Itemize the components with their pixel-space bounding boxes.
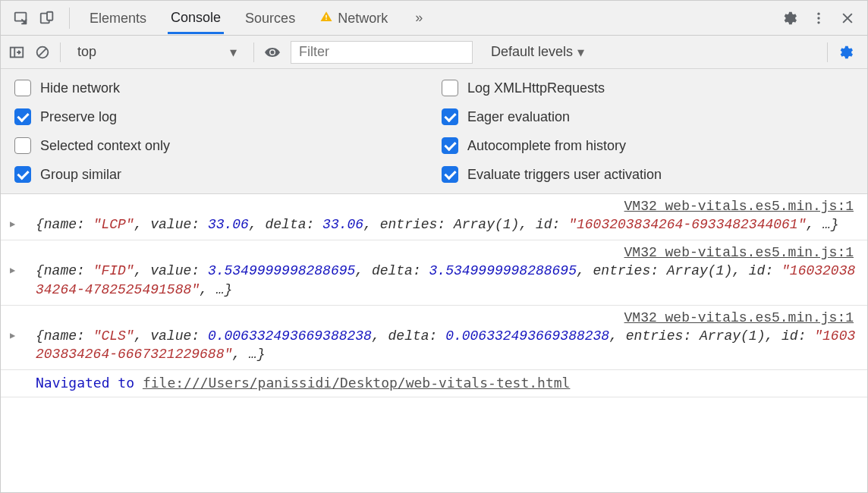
devtools-tabbar: Elements Console Sources Network » xyxy=(1,1,867,36)
clear-console-icon[interactable] xyxy=(34,44,51,61)
message-body[interactable]: {name: "FID", value: 3.5349999998288695,… xyxy=(36,262,858,299)
checkbox-icon xyxy=(14,137,31,154)
log-levels-label: Default levels xyxy=(491,44,573,60)
log-levels-selector[interactable]: Default levels ▾ xyxy=(482,44,593,61)
checkbox-eager-evaluation[interactable]: Eager evaluation xyxy=(442,108,854,125)
svg-point-7 xyxy=(817,21,819,24)
close-icon[interactable] xyxy=(840,11,855,26)
console-settings-gear-icon[interactable] xyxy=(837,44,857,61)
navigation-message: Navigated to file:///Users/panissidi/Des… xyxy=(1,370,867,397)
svg-point-5 xyxy=(817,12,819,14)
message-source-link[interactable]: VM32 web-vitals.es5.min.js:1 xyxy=(36,245,858,262)
context-selector[interactable]: top ▾ xyxy=(70,41,244,64)
context-selector-label: top xyxy=(77,44,96,60)
more-tabs-chevron-icon[interactable]: » xyxy=(409,10,429,26)
console-message: VM32 web-vitals.es5.min.js:1 ▶ {name: "C… xyxy=(1,306,867,371)
checkbox-icon xyxy=(442,137,458,154)
svg-rect-2 xyxy=(47,11,52,20)
divider xyxy=(69,8,70,29)
console-settings-panel: Hide network Log XMLHttpRequests Preserv… xyxy=(1,69,867,194)
message-source-link[interactable]: VM32 web-vitals.es5.min.js:1 xyxy=(36,310,858,327)
chevron-down-icon: ▾ xyxy=(230,44,237,61)
checkbox-log-xhr[interactable]: Log XMLHttpRequests xyxy=(442,80,854,96)
filter-input[interactable] xyxy=(291,41,473,64)
svg-rect-3 xyxy=(326,15,327,18)
expand-object-icon[interactable]: ▶ xyxy=(10,215,36,230)
checkbox-icon xyxy=(442,166,458,183)
expand-object-icon[interactable]: ▶ xyxy=(10,327,36,341)
tab-elements[interactable]: Elements xyxy=(86,3,149,33)
expand-object-icon[interactable]: ▶ xyxy=(10,262,36,276)
console-message: VM32 web-vitals.es5.min.js:1 ▶ {name: "F… xyxy=(1,240,867,306)
checkbox-label: Selected context only xyxy=(40,138,170,154)
console-toolbar: top ▾ Default levels ▾ xyxy=(1,36,867,69)
svg-rect-4 xyxy=(326,19,327,20)
svg-point-6 xyxy=(817,17,819,19)
checkbox-label: Group similar xyxy=(40,167,121,183)
checkbox-label: Evaluate triggers user activation xyxy=(467,167,662,183)
checkbox-label: Autocomplete from history xyxy=(467,138,626,154)
panel-tabs: Elements Console Sources Network » xyxy=(76,2,781,34)
checkbox-icon xyxy=(14,166,31,183)
gear-icon[interactable] xyxy=(781,10,797,27)
warning-icon xyxy=(319,10,333,27)
message-body[interactable]: {name: "CLS", value: 0.00633249366938823… xyxy=(36,327,858,364)
chevron-down-icon: ▾ xyxy=(577,44,584,61)
console-output: VM32 web-vitals.es5.min.js:1 ▶ {name: "L… xyxy=(1,194,867,397)
live-expression-icon[interactable] xyxy=(263,43,281,61)
nav-url-link[interactable]: file:///Users/panissidi/Desktop/web-vita… xyxy=(143,375,571,391)
tab-sources[interactable]: Sources xyxy=(242,3,298,33)
divider xyxy=(253,42,254,62)
svg-rect-0 xyxy=(15,12,27,20)
checkbox-hide-network[interactable]: Hide network xyxy=(14,80,426,96)
message-body[interactable]: {name: "LCP", value: 33.06, delta: 33.06… xyxy=(36,215,858,234)
divider xyxy=(827,42,828,62)
checkbox-autocomplete-history[interactable]: Autocomplete from history xyxy=(442,137,854,154)
show-sidebar-icon[interactable] xyxy=(8,44,25,61)
checkbox-label: Preserve log xyxy=(40,109,117,125)
nav-prefix: Navigated to xyxy=(36,375,143,391)
kebab-menu-icon[interactable] xyxy=(811,11,826,26)
topbar-left-icons xyxy=(5,10,63,27)
topbar-right-icons xyxy=(781,10,863,27)
checkbox-label: Eager evaluation xyxy=(467,109,570,125)
divider xyxy=(60,42,61,62)
checkbox-label: Hide network xyxy=(40,80,120,96)
checkbox-icon xyxy=(14,80,31,96)
tab-console[interactable]: Console xyxy=(168,2,224,34)
checkbox-preserve-log[interactable]: Preserve log xyxy=(14,108,426,125)
checkbox-icon xyxy=(442,108,458,125)
checkbox-evaluate-user-activation[interactable]: Evaluate triggers user activation xyxy=(442,166,854,183)
tab-network-label: Network xyxy=(338,11,388,27)
checkbox-icon xyxy=(14,108,31,125)
console-message: VM32 web-vitals.es5.min.js:1 ▶ {name: "L… xyxy=(1,194,867,240)
inspect-element-icon[interactable] xyxy=(13,10,30,27)
tab-network[interactable]: Network xyxy=(316,2,391,33)
checkbox-label: Log XMLHttpRequests xyxy=(467,80,605,96)
message-source-link[interactable]: VM32 web-vitals.es5.min.js:1 xyxy=(36,199,858,215)
checkbox-selected-context-only[interactable]: Selected context only xyxy=(14,137,426,154)
checkbox-group-similar[interactable]: Group similar xyxy=(14,166,426,183)
checkbox-icon xyxy=(442,80,458,96)
device-toolbar-icon[interactable] xyxy=(39,10,55,27)
